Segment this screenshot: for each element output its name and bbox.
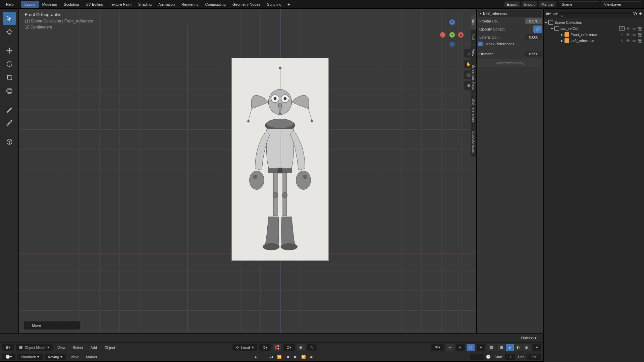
tree-row-scene-collection[interactable]: ▾ Scene Collection — [544, 19, 644, 25]
rotate-tool[interactable] — [3, 58, 16, 70]
opacity-link-button[interactable]: 🔗 — [533, 25, 542, 33]
editor-type-dropdown[interactable]: ⊞▾ — [2, 344, 14, 351]
menu-help[interactable]: Help — [3, 1, 17, 8]
workspace-tab[interactable]: Animation — [155, 1, 178, 8]
manual-button[interactable]: Manual — [539, 1, 556, 7]
shading-dropdown[interactable]: ▾ — [533, 344, 541, 351]
side-tab-blocksurfaces[interactable]: BlockSurfaces — [471, 127, 476, 157]
snap-toggle[interactable]: 🧲 — [273, 344, 281, 351]
cursor-tool[interactable] — [3, 25, 16, 38]
orientation-dropdown[interactable]: ⊹ Local ▾ — [232, 344, 257, 351]
add-menu[interactable]: Add — [88, 345, 100, 351]
workspace-tab[interactable]: Layout — [21, 1, 39, 8]
timeline-editor-dropdown[interactable]: 🕐▾ — [2, 354, 15, 360]
workspace-tab[interactable]: Rendering — [178, 1, 202, 8]
tree-row-refcol[interactable]: ▾ avc_refCol 👁▭📷 — [544, 25, 644, 32]
add-workspace-button[interactable]: + — [285, 2, 293, 7]
render-disable-icon[interactable]: 📷 — [637, 33, 643, 37]
start-frame-field[interactable]: 1 — [505, 354, 515, 360]
outliner-filter-button[interactable]: ∇▾ — [633, 11, 638, 16]
workspace-tab[interactable]: UV Editing — [83, 1, 107, 8]
outliner-view-mode[interactable]: ▭▾ — [552, 11, 558, 16]
select-menu[interactable]: Select — [70, 345, 86, 351]
workspace-tab[interactable]: Sculpting — [60, 1, 82, 8]
workspace-tab[interactable]: Shading — [135, 1, 155, 8]
move-tool[interactable] — [3, 44, 16, 57]
auto-key-toggle[interactable]: ● — [255, 355, 257, 359]
xray-toggle[interactable]: ⊡ — [487, 344, 495, 351]
distance-field[interactable]: 0.950 — [525, 51, 542, 57]
workspace-tab[interactable]: Scripting — [264, 1, 285, 8]
add-primitive-tool[interactable] — [3, 135, 16, 148]
transform-tool[interactable] — [3, 84, 16, 97]
playback-menu[interactable]: Playback ▾ — [17, 354, 43, 360]
jump-end-button[interactable]: ⏭ — [308, 354, 315, 360]
marker-menu[interactable]: Marker — [83, 354, 100, 360]
hide-icon[interactable]: 👁 — [625, 26, 631, 31]
proportional-dropdown[interactable]: ∿ — [307, 344, 317, 351]
outliner-new-collection-button[interactable]: ⊕ — [639, 11, 642, 16]
viewport-disable-icon[interactable]: ▭ — [631, 39, 637, 43]
references-apply-button[interactable]: References apply — [478, 59, 542, 67]
selectable-icon[interactable]: ↖ — [619, 39, 625, 43]
panel-header[interactable]: BkS_refereces — [478, 10, 542, 17]
annotate-tool[interactable] — [3, 103, 16, 116]
workspace-tab[interactable]: Texture Paint — [107, 1, 135, 8]
options-dropdown[interactable]: Options ▾ — [518, 335, 539, 341]
keyframe-next-button[interactable]: ⏩ — [300, 354, 307, 360]
snap-dropdown[interactable]: ⊡▾ — [283, 344, 295, 351]
tree-row-front-ref[interactable]: ▸ Front_reference ↖👁▭📷 — [544, 32, 644, 38]
timeline-view-menu[interactable]: View — [68, 354, 81, 360]
jump-start-button[interactable]: ⏮ — [268, 354, 275, 360]
outliner-display-mode[interactable]: ☰▾ — [546, 11, 551, 16]
shading-wireframe[interactable]: ⊞ — [497, 344, 505, 351]
viewport-disable-icon[interactable]: ▭ — [631, 33, 637, 37]
workspace-tab[interactable]: Geometry Nodes — [229, 1, 264, 8]
select-box-tool[interactable] — [3, 12, 16, 25]
shading-material[interactable]: ◐ — [514, 344, 522, 351]
measure-tool[interactable] — [3, 117, 16, 129]
scene-field[interactable]: Scene — [559, 1, 599, 7]
export-button[interactable]: Export — [504, 1, 520, 7]
workspace-tab[interactable]: Compositing — [202, 1, 229, 8]
side-tab-tool[interactable]: Tool — [471, 30, 476, 44]
gizmo-dropdown[interactable]: ▾ — [456, 344, 465, 351]
object-menu[interactable]: Object — [102, 345, 118, 351]
side-tab-screencast[interactable]: Screencast Keys — [471, 61, 476, 94]
viewport-disable-icon[interactable]: ▭ — [631, 26, 637, 31]
shading-rendered[interactable]: ◉ — [523, 344, 531, 351]
scale-tool[interactable] — [3, 71, 16, 84]
3d-viewport[interactable]: Front Orthographic (1) Scene Collection … — [19, 9, 476, 333]
play-reverse-button[interactable]: ◀ — [284, 354, 291, 360]
side-tab-view[interactable]: View — [471, 45, 476, 60]
overlays-toggle[interactable]: ◎ — [467, 344, 475, 351]
lateral-opacity-field[interactable]: 0.000 — [525, 34, 542, 40]
exclude-checkbox[interactable] — [619, 26, 625, 31]
side-tab-bks[interactable]: BkS_references — [471, 95, 476, 126]
end-frame-field[interactable]: 250 — [527, 354, 541, 360]
last-operator-panel[interactable]: Move — [23, 321, 80, 330]
side-tab-item[interactable]: Item — [471, 15, 476, 29]
viewlayer-field[interactable]: ViewLayer — [601, 1, 641, 7]
reference-image[interactable] — [231, 58, 329, 261]
current-frame-field[interactable]: 1 — [470, 354, 484, 360]
block-references-checkbox[interactable]: ✓ — [478, 42, 483, 46]
frontal-opacity-field[interactable]: ‹0.570› — [525, 18, 542, 24]
render-disable-icon[interactable]: 📷 — [637, 39, 643, 43]
proportional-edit-toggle[interactable]: ◉ — [297, 344, 305, 351]
gizmo-toggle[interactable]: ⊹ — [446, 344, 454, 351]
render-disable-icon[interactable]: 📷 — [637, 26, 643, 31]
tree-row-left-ref[interactable]: ▸ Left_reference ↖👁▭📷 — [544, 38, 644, 44]
hide-icon[interactable]: 👁 — [625, 33, 631, 37]
visibility-dropdown[interactable]: 👁▾ — [431, 344, 444, 351]
keyframe-prev-button[interactable]: ⏪ — [276, 354, 283, 360]
overlays-dropdown[interactable]: ▾ — [477, 344, 485, 351]
import-button[interactable]: Import — [522, 1, 537, 7]
keying-menu[interactable]: Keying ▾ — [45, 354, 66, 360]
shading-solid[interactable]: ● — [506, 344, 514, 351]
view-menu[interactable]: View — [55, 345, 68, 351]
workspace-tab[interactable]: Modeling — [39, 1, 61, 8]
preview-range-toggle[interactable]: 🕐 — [486, 355, 491, 359]
hide-icon[interactable]: 👁 — [625, 39, 631, 43]
mode-dropdown[interactable]: ▦ Object Mode ▾ — [16, 344, 53, 351]
